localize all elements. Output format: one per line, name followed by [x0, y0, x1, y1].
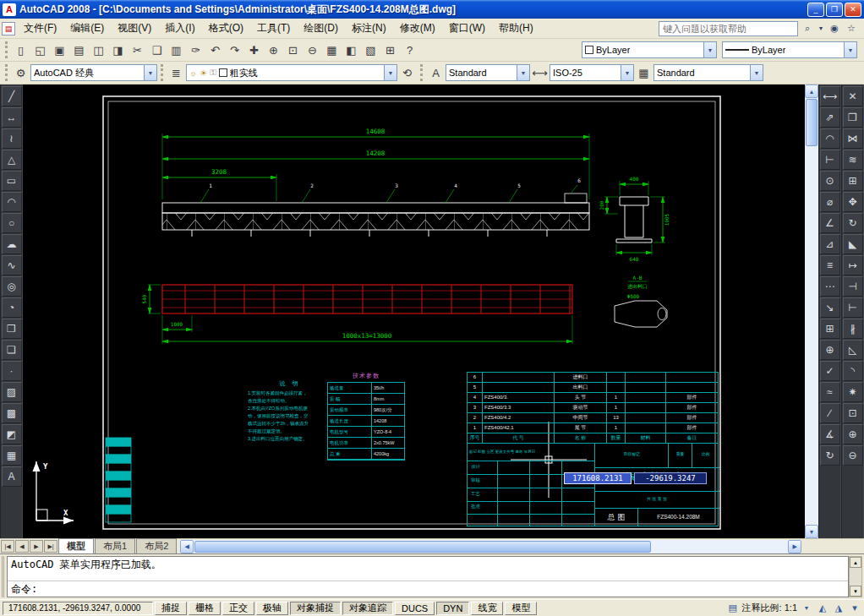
zoom-window-button[interactable]: ⊡ [283, 41, 303, 59]
dim-leader-button[interactable]: ↘ [820, 297, 840, 318]
menu-item[interactable]: 编辑(E) [63, 18, 111, 39]
revision-cloud-tool[interactable]: ☁ [2, 234, 22, 254]
vertical-scroll-thumb[interactable] [806, 99, 818, 146]
dim-angular-button[interactable]: ∠ [820, 213, 840, 233]
color-control-combo[interactable]: ByLayer ▼ [582, 41, 717, 58]
dim-text-angle-button[interactable]: ∡ [820, 424, 840, 444]
region-tool[interactable]: ◩ [2, 424, 22, 444]
dropdown-arrow-icon[interactable]: ▼ [144, 65, 156, 80]
plot-button[interactable]: ▤ [69, 41, 89, 59]
text-style-button[interactable]: A [426, 63, 446, 82]
spline-tool[interactable]: ∿ [2, 255, 22, 275]
mirror-button[interactable]: ⋈ [843, 128, 863, 149]
dim-center-mark-button[interactable]: ⊕ [820, 340, 840, 360]
point-tool[interactable]: ∙ [2, 361, 22, 381]
zoom-in-button[interactable]: ⊕ [843, 424, 863, 444]
command-input-line[interactable]: 命令: [8, 581, 848, 597]
dim-baseline-button[interactable]: ≡ [820, 255, 840, 275]
arc-tool[interactable]: ◠ [2, 192, 22, 212]
fillet-button[interactable]: ◝ [843, 361, 863, 381]
dim-linear-button[interactable]: ⟷ [820, 86, 840, 106]
cut-button[interactable]: ✂ [128, 41, 147, 59]
dim-inspect-button[interactable]: ✓ [820, 361, 840, 381]
match-properties-button[interactable]: ✑ [186, 41, 205, 59]
horizontal-scrollbar[interactable]: ◀ ▶ [180, 540, 801, 553]
layer-on-icon[interactable]: ☼ [189, 68, 197, 78]
menu-item[interactable]: 标注(N) [345, 18, 393, 39]
model-space-icon[interactable]: ▤ [726, 602, 740, 615]
dim-update-button[interactable]: ↻ [820, 445, 840, 466]
stretch-button[interactable]: ↦ [843, 255, 863, 275]
toolbar-grip[interactable] [420, 64, 423, 81]
annotation-visibility-icon[interactable]: ◭ [816, 602, 829, 615]
chamfer-button[interactable]: ◺ [843, 340, 863, 360]
command-scroll-up[interactable]: ▲ [850, 557, 861, 568]
search-dropdown-arrow[interactable]: ▼ [817, 21, 825, 36]
dim-ordinate-button[interactable]: ⊢ [820, 150, 840, 170]
dim-oblique-button[interactable]: ∕ [820, 403, 840, 423]
annotation-autoscale-icon[interactable]: ◮ [832, 602, 845, 615]
ellipse-arc-tool[interactable]: ◔ [2, 297, 22, 318]
command-window-grip[interactable] [2, 556, 5, 597]
table-style-button[interactable]: ▦ [634, 63, 653, 82]
publish-button[interactable]: ◨ [108, 41, 128, 59]
dim-style-button[interactable]: ⟷ [530, 63, 550, 82]
array-button[interactable]: ⊞ [843, 171, 863, 191]
copy-button[interactable]: ❑ [147, 41, 167, 59]
dim-radius-button[interactable]: ⊙ [820, 171, 840, 191]
dropdown-arrow-icon[interactable]: ▼ [750, 65, 763, 80]
scale-button[interactable]: ◣ [843, 234, 863, 254]
open-button[interactable]: ◱ [30, 41, 50, 59]
close-button[interactable]: ✕ [845, 3, 861, 17]
move-button[interactable]: ✥ [843, 192, 863, 212]
layer-combo[interactable]: ☼ ☀ ⚿ 粗实线 ▼ [186, 64, 397, 81]
ducs-toggle[interactable]: DUCS [395, 602, 435, 615]
tab-prev-button[interactable]: ◀ [15, 540, 29, 553]
rectangle-tool[interactable]: ▭ [2, 171, 22, 191]
dim-jog-button[interactable]: ≈ [820, 382, 840, 402]
communication-center-icon[interactable]: ◉ [827, 21, 842, 36]
redo-button[interactable]: ↷ [225, 41, 244, 59]
zoom-realtime-button[interactable]: ⊕ [264, 41, 283, 59]
dim-tolerance-button[interactable]: ⊞ [820, 319, 840, 339]
dropdown-arrow-icon[interactable]: ▼ [621, 65, 633, 80]
document-icon[interactable]: ▤ [2, 22, 15, 35]
polygon-tool[interactable]: △ [2, 150, 22, 170]
paste-button[interactable]: ▥ [167, 41, 186, 59]
help-button[interactable]: ? [400, 41, 419, 59]
hatch-tool[interactable]: ▨ [2, 382, 22, 402]
polyline-tool[interactable]: ≀ [2, 128, 22, 149]
designcenter-button[interactable]: ◧ [342, 41, 361, 59]
search-icon[interactable]: ⌕ [800, 21, 815, 36]
table-style-combo[interactable]: Standard ▼ [653, 64, 763, 81]
menu-item[interactable]: 文件(F) [17, 18, 63, 39]
construction-line-tool[interactable]: ↔ [2, 107, 22, 128]
dropdown-arrow-icon[interactable]: ▼ [844, 42, 856, 57]
scroll-up-button[interactable]: ▲ [805, 84, 818, 98]
tab-layout1[interactable]: 布局1 [95, 538, 135, 554]
otrack-toggle[interactable]: 对象追踪 [342, 602, 393, 615]
grid-toggle[interactable]: 栅格 [189, 602, 221, 615]
polar-toggle[interactable]: 极轴 [256, 602, 288, 615]
vertical-scrollbar[interactable]: ▲ ▼ [805, 84, 818, 538]
line-tool[interactable]: ╱ [2, 86, 22, 106]
tray-settings-arrow[interactable]: ▾ [848, 602, 861, 615]
dropdown-arrow-icon[interactable]: ▼ [517, 65, 529, 80]
help-search-input[interactable] [659, 21, 798, 36]
minimize-button[interactable]: _ [807, 3, 824, 17]
menu-item[interactable]: 格式(O) [202, 18, 250, 39]
qnew-button[interactable]: ▯ [11, 41, 30, 59]
rotate-button[interactable]: ↻ [843, 213, 863, 233]
erase-button[interactable]: ✕ [843, 86, 863, 106]
tab-layout2[interactable]: 布局2 [136, 538, 177, 554]
dim-style-combo[interactable]: ISO-25 ▼ [550, 64, 634, 81]
dyn-toggle[interactable]: DYN [436, 602, 469, 615]
dim-aligned-button[interactable]: ⇗ [820, 107, 840, 128]
zoom-window-tool[interactable]: ⊡ [843, 403, 863, 423]
tab-last-button[interactable]: ▶| [44, 540, 57, 553]
undo-button[interactable]: ↶ [205, 41, 225, 59]
ellipse-tool[interactable]: ◎ [2, 276, 22, 297]
menu-item[interactable]: 修改(M) [393, 18, 442, 39]
tab-model[interactable]: 模型 [58, 538, 94, 554]
circle-tool[interactable]: ○ [2, 213, 22, 233]
